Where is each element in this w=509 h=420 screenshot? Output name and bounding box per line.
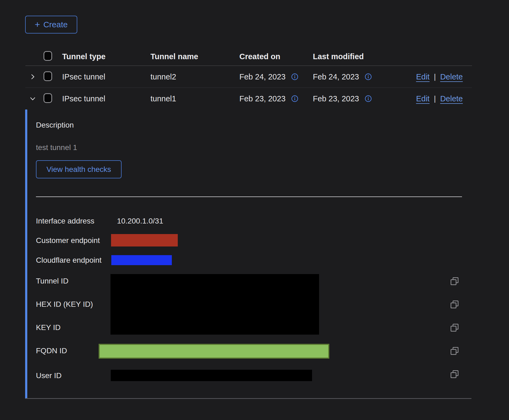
plus-icon: + <box>35 20 40 29</box>
tunnels-page: + Create Tunnel type Tunnel name Created… <box>0 0 509 420</box>
action-separator: | <box>434 94 436 103</box>
header-checkbox-cell <box>43 51 62 62</box>
table-row: IPsec tunnel tunnel2 Feb 24, 2023 Feb 24… <box>25 66 472 88</box>
column-header-tunnel-type: Tunnel type <box>62 52 150 61</box>
delete-link[interactable]: Delete <box>440 94 463 103</box>
created-on-cell: Feb 24, 2023 <box>239 72 313 81</box>
tunnel-id-label: Tunnel ID <box>36 276 68 286</box>
copy-icon[interactable] <box>450 300 459 309</box>
description-value: test tunnel 1 <box>36 143 77 152</box>
info-icon[interactable] <box>291 73 299 81</box>
last-modified-value: Feb 23, 2023 <box>313 94 359 103</box>
view-health-checks-button[interactable]: View health checks <box>36 160 122 178</box>
copy-icon[interactable] <box>450 346 459 356</box>
chevron-right-icon[interactable] <box>29 73 36 81</box>
row-checkbox-cell <box>43 93 62 104</box>
hex-id-label: HEX ID (KEY ID) <box>36 300 93 309</box>
interface-address-value: 10.200.1.0/31 <box>117 216 163 226</box>
copy-icon[interactable] <box>450 370 459 379</box>
interface-address-label: Interface address <box>36 216 94 226</box>
create-button-label: Create <box>43 20 68 29</box>
tunnel-type-cell: IPsec tunnel <box>62 94 150 103</box>
row-actions-cell: Edit | Delete <box>400 72 472 81</box>
ids-redacted-value <box>110 274 319 335</box>
last-modified-cell: Feb 23, 2023 <box>313 94 400 103</box>
last-modified-value: Feb 24, 2023 <box>313 72 359 81</box>
column-header-last-modified: Last modified <box>313 52 400 61</box>
key-id-label: KEY ID <box>36 323 61 332</box>
copy-icon[interactable] <box>450 323 459 332</box>
panel-divider <box>36 196 462 197</box>
info-icon[interactable] <box>364 95 372 102</box>
last-modified-cell: Feb 24, 2023 <box>313 72 400 81</box>
row-actions-cell: Edit | Delete <box>400 94 472 103</box>
user-id-redacted-value <box>111 370 312 381</box>
info-icon[interactable] <box>291 95 299 102</box>
info-icon[interactable] <box>364 73 372 81</box>
expanded-row-accent-bar <box>25 109 27 399</box>
panel-bottom-divider <box>25 398 471 399</box>
tunnel-name-cell: tunnel1 <box>150 94 239 103</box>
copy-icon[interactable] <box>450 277 459 286</box>
row-expand-cell <box>25 73 43 81</box>
customer-endpoint-redacted-value <box>111 234 178 246</box>
row-expand-cell <box>25 95 43 102</box>
cloudflare-endpoint-label: Cloudflare endpoint <box>36 256 102 265</box>
fqdn-id-redacted-value <box>99 344 329 359</box>
user-id-label: User ID <box>36 371 62 380</box>
row-checkbox[interactable] <box>43 93 52 103</box>
cloudflare-endpoint-redacted-value <box>111 255 172 265</box>
select-all-checkbox[interactable] <box>43 51 52 61</box>
delete-link[interactable]: Delete <box>440 72 463 81</box>
view-health-checks-label: View health checks <box>46 165 111 174</box>
action-separator: | <box>434 72 436 81</box>
row-checkbox[interactable] <box>43 71 52 81</box>
description-label: Description <box>36 121 74 130</box>
customer-endpoint-label: Customer endpoint <box>36 236 100 245</box>
edit-link[interactable]: Edit <box>416 94 430 103</box>
tunnel-type-cell: IPsec tunnel <box>62 72 150 81</box>
row-checkbox-cell <box>43 71 62 82</box>
edit-link[interactable]: Edit <box>416 72 430 81</box>
table-row: IPsec tunnel tunnel1 Feb 23, 2023 Feb 23… <box>25 88 472 109</box>
created-on-cell: Feb 23, 2023 <box>239 94 313 103</box>
column-header-created-on: Created on <box>239 52 313 61</box>
created-on-value: Feb 23, 2023 <box>239 94 286 103</box>
tunnel-name-cell: tunnel2 <box>150 72 239 81</box>
create-button[interactable]: + Create <box>25 16 77 34</box>
table-header-row: Tunnel type Tunnel name Created on Last … <box>25 48 472 66</box>
column-header-tunnel-name: Tunnel name <box>150 52 239 61</box>
chevron-down-icon[interactable] <box>29 95 36 102</box>
fqdn-id-label: FQDN ID <box>36 346 67 355</box>
created-on-value: Feb 24, 2023 <box>239 72 286 81</box>
